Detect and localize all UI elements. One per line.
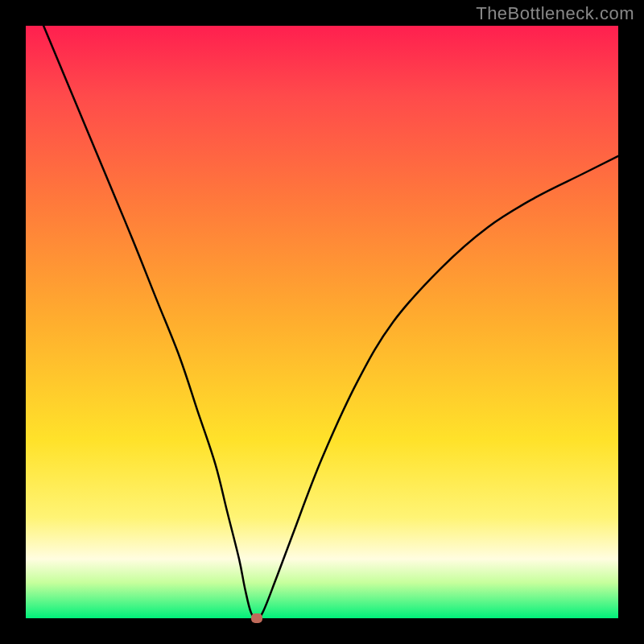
optimal-point-marker xyxy=(251,613,262,623)
bottleneck-curve xyxy=(26,26,618,618)
chart-frame: TheBottleneck.com xyxy=(0,0,644,644)
watermark-text: TheBottleneck.com xyxy=(476,3,634,24)
plot-area xyxy=(26,26,618,618)
